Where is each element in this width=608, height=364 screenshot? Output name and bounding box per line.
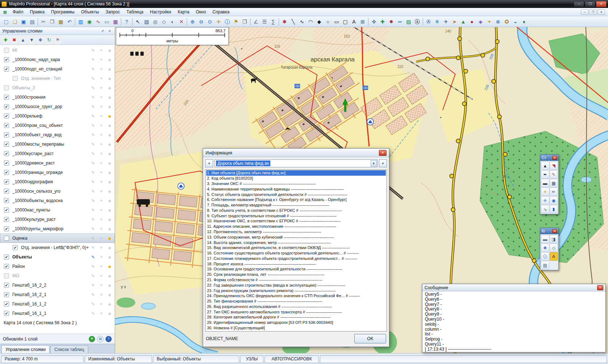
- minimize-button[interactable]: ─: [574, 1, 584, 7]
- new-grapher-button[interactable]: ∿: [94, 17, 102, 26]
- status-snap-indicator[interactable]: УЗЛЫ: [240, 355, 263, 363]
- refresh-layers-button[interactable]: ↻: [45, 36, 53, 44]
- edit-layer-icon[interactable]: ✎: [90, 207, 96, 213]
- edit-layer-icon[interactable]: ✎: [90, 188, 96, 194]
- edit-layer-icon[interactable]: ✎: [90, 160, 96, 166]
- region-tool-button[interactable]: ◆: [315, 17, 324, 26]
- layer-row[interactable]: _10000осн_сельхоз_уго ✎ ☀ ◆: [0, 187, 115, 196]
- attribute-row[interactable]: 20. Срок реализации плана, лет ---------…: [206, 272, 386, 277]
- object-prev-button[interactable]: ▼: [205, 159, 213, 167]
- layer-zoom-icon[interactable]: ☀: [98, 179, 104, 185]
- menu-item[interactable]: Файл: [9, 8, 27, 16]
- layer-label-icon[interactable]: ◆: [107, 160, 113, 166]
- layer-zoom-icon[interactable]: ☀: [98, 207, 104, 213]
- redistrict-button[interactable]: ▩: [111, 17, 120, 26]
- menu-item[interactable]: Таблица: [123, 8, 147, 16]
- attribute-row[interactable]: 14. Высота здания, сооружения, метр ----…: [206, 240, 386, 245]
- dialog-close-button[interactable]: ✕: [379, 150, 387, 156]
- layer-visibility-checkbox[interactable]: [4, 283, 9, 288]
- menu-item[interactable]: Настройки: [147, 8, 174, 16]
- diamond-tool[interactable]: ◇: [550, 244, 558, 252]
- attribute-row[interactable]: 8. Тип объекта учета, в соответствии с Е…: [206, 207, 386, 213]
- edit-layer-icon[interactable]: ✎: [90, 311, 96, 316]
- layer-zoom-icon[interactable]: ☀: [98, 160, 104, 166]
- edit-layer-icon[interactable]: ✎: [90, 76, 96, 81]
- edit-layer-icon[interactable]: ✎: [90, 198, 96, 204]
- plugin-tool-3-button[interactable]: ✈: [442, 17, 450, 26]
- sheet-tool[interactable]: ▤: [541, 261, 549, 269]
- layer-label-icon[interactable]: ◆: [107, 301, 113, 307]
- edit-layer-icon[interactable]: ✎: [90, 292, 96, 297]
- layer-label-icon[interactable]: ◆: [107, 226, 113, 232]
- attribute-row[interactable]: 21. Форма собственности # --------------…: [206, 277, 386, 283]
- add-node-button[interactable]: ✚: [378, 17, 387, 26]
- edit-layer-icon[interactable]: ✎: [90, 273, 96, 279]
- chevron-down-icon[interactable]: ▼: [371, 160, 377, 167]
- layer-zoom-icon[interactable]: ☀: [98, 254, 104, 260]
- layer-label-icon[interactable]: ◆: [107, 66, 113, 72]
- layer-visibility-checkbox[interactable]: [4, 151, 9, 156]
- layer-zoom-icon[interactable]: ☀: [98, 170, 104, 175]
- legend-button[interactable]: ☰: [260, 17, 269, 26]
- layer-zoom-icon[interactable]: ☀: [98, 311, 104, 316]
- plugin-tool-7-button[interactable]: ◈: [476, 17, 485, 26]
- layer-visibility-checkbox[interactable]: [4, 207, 9, 213]
- object-next-button[interactable]: ▼: [379, 159, 387, 167]
- attribute-row[interactable]: 16. Состояние существующего объекта град…: [206, 250, 386, 256]
- layer-label-icon[interactable]: ◆: [107, 76, 113, 81]
- statistics-button[interactable]: ∑: [269, 17, 278, 26]
- menu-item[interactable]: Справка: [209, 8, 233, 16]
- select-button[interactable]: ↖: [134, 17, 142, 26]
- export-list-button[interactable]: ▤: [97, 336, 104, 342]
- layer-visibility-checkbox[interactable]: [4, 57, 9, 62]
- layer-zoom-icon[interactable]: ☀: [98, 245, 104, 250]
- layer-row[interactable]: _10000пром_соц_объект ✎ ☀ ◆: [0, 121, 115, 130]
- layer-row[interactable]: _10000границы_огражде ✎ ☀ ◆: [0, 168, 115, 177]
- line-style-button[interactable]: ═: [396, 17, 404, 26]
- layer-label-icon[interactable]: ◆: [107, 141, 113, 147]
- layer-visibility-checkbox[interactable]: [4, 311, 9, 316]
- region-style-button[interactable]: ▨: [404, 17, 413, 26]
- layer-visibility-checkbox[interactable]: [4, 301, 9, 307]
- layer-zoom-icon[interactable]: ☀: [98, 113, 104, 119]
- new-table-button[interactable]: ▢: [2, 17, 10, 26]
- layer-label-icon[interactable]: ◆: [107, 47, 113, 53]
- layer-zoom-icon[interactable]: ☀: [98, 273, 104, 279]
- marquee-select-button[interactable]: ▧: [142, 17, 151, 26]
- attribute-row[interactable]: 19. Основание для градостроительной деят…: [206, 266, 386, 272]
- symbol-style-button[interactable]: ✸: [387, 17, 396, 26]
- layer-row[interactable]: КК ✎ ☀ ◆: [0, 46, 115, 55]
- layer-label-icon[interactable]: ◆: [107, 179, 113, 185]
- frame-tool-button[interactable]: ⊞: [358, 17, 367, 26]
- layer-visibility-checkbox[interactable]: [4, 142, 9, 147]
- edit-layer-icon[interactable]: ✎: [90, 132, 96, 138]
- attribute-row[interactable]: 23. Год реконструкции (капитального ремо…: [206, 288, 386, 293]
- attribute-row[interactable]: 13. Объем сооружения, метр кубический --…: [206, 234, 386, 240]
- layer-visibility-checkbox[interactable]: [4, 236, 9, 241]
- dialog-title-bar[interactable]: Информация ✕: [203, 149, 389, 157]
- attribute-row[interactable]: 17. Состояние планируемого объекта градо…: [206, 256, 386, 261]
- pan-button[interactable]: ✛: [214, 17, 223, 26]
- layer-label-icon[interactable]: ◆: [107, 254, 113, 260]
- attribute-row[interactable]: 29. Идентификационный номер автодороги […: [206, 320, 386, 325]
- plugin-tool-5-button[interactable]: ▲: [459, 17, 468, 26]
- layer-row[interactable]: _10000кустарн_раст ✎ ☀ ◆: [0, 149, 115, 158]
- maximize-button[interactable]: ❐: [585, 1, 595, 7]
- plugin-tool-10-button[interactable]: ✪: [502, 17, 511, 26]
- layer-label-icon[interactable]: ◆: [107, 198, 113, 204]
- mdi-minimize-button[interactable]: ─: [581, 9, 588, 15]
- remove-layer-button[interactable]: ✖: [10, 36, 18, 44]
- layer-zoom-icon[interactable]: ☀: [98, 132, 104, 138]
- layer-label-icon[interactable]: ◆: [107, 264, 113, 269]
- panel-close-icon[interactable]: ✕: [107, 28, 113, 34]
- layer-zoom-icon[interactable]: ☀: [98, 235, 104, 241]
- layer-zoom-icon[interactable]: ☀: [98, 104, 104, 110]
- arc-tool-button[interactable]: ◠: [306, 17, 315, 26]
- layer-row[interactable]: Генштаб_16_1_2 ✎ ☀ ◆: [0, 299, 115, 309]
- attribute-row[interactable]: 26. Вид разрешенного использования # ---…: [206, 304, 386, 309]
- undo-button[interactable]: ↶: [65, 17, 74, 26]
- update-map-button[interactable]: ▼: [89, 336, 95, 342]
- new-browser-button[interactable]: ▥: [76, 17, 85, 26]
- select-node-tool[interactable]: ▲: [541, 162, 549, 170]
- mdi-restore-button[interactable]: ❐: [589, 9, 597, 15]
